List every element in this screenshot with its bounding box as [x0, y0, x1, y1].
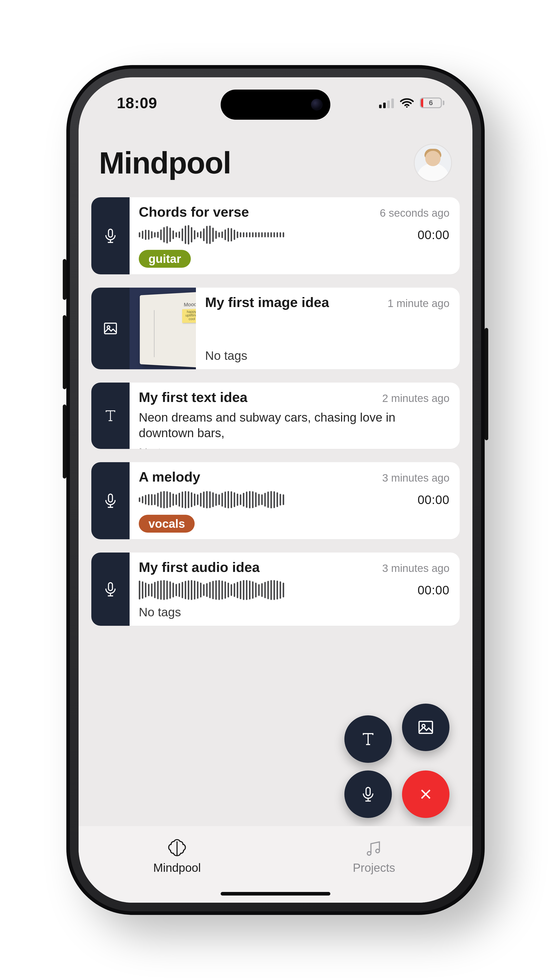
idea-title: My first audio idea — [139, 559, 260, 575]
svg-point-10 — [376, 849, 380, 853]
phone-frame: 18:09 — [66, 65, 485, 915]
card-type-icon — [91, 552, 130, 626]
brain-icon — [166, 839, 188, 858]
microphone-icon — [103, 493, 118, 509]
home-indicator[interactable] — [221, 892, 330, 896]
idea-thumbnail[interactable]: Mood: happy, uplifting, cool — [130, 288, 196, 369]
idea-card[interactable]: A melody 3 minutes ago 00:00 vocals — [91, 462, 460, 539]
idea-title: A melody — [139, 469, 200, 485]
new-image-button[interactable] — [402, 703, 449, 751]
idea-no-tags: No tags — [139, 445, 449, 449]
svg-point-0 — [406, 106, 408, 108]
svg-point-9 — [367, 852, 371, 855]
idea-card[interactable]: Chords for verse 6 seconds ago 00:00 gui… — [91, 197, 460, 274]
screen: 18:09 — [79, 77, 472, 903]
image-icon — [103, 321, 118, 336]
svg-rect-1 — [108, 229, 113, 237]
idea-title: My first image idea — [205, 294, 329, 310]
audio-duration: 00:00 — [418, 493, 449, 507]
close-icon — [419, 787, 433, 801]
tab-label: Projects — [353, 861, 395, 875]
idea-snippet: Neon dreams and subway cars, chasing lov… — [139, 410, 449, 441]
phone-volume-down — [63, 404, 66, 479]
close-fab-button[interactable] — [402, 770, 449, 818]
battery-percent: 6 — [421, 99, 441, 107]
fab-menu — [342, 703, 449, 811]
idea-timestamp: 3 minutes ago — [382, 472, 449, 484]
svg-rect-5 — [108, 583, 113, 590]
tag[interactable]: vocals — [139, 515, 195, 533]
card-type-icon — [91, 288, 130, 369]
audio-duration: 00:00 — [418, 228, 449, 242]
front-camera — [311, 99, 323, 110]
idea-timestamp: 3 minutes ago — [382, 562, 449, 574]
idea-tags: guitar — [139, 250, 449, 268]
text-icon — [360, 731, 376, 747]
tab-bar: Mindpool Projects — [79, 826, 472, 903]
svg-rect-2 — [105, 323, 117, 334]
dynamic-island — [221, 89, 330, 120]
idea-tags: vocals — [139, 515, 449, 533]
avatar[interactable] — [414, 144, 452, 182]
thumb-sticky: happy, uplifting, cool — [185, 310, 196, 321]
idea-no-tags: No tags — [139, 605, 449, 619]
wifi-icon — [400, 98, 414, 108]
phone-power-button — [485, 328, 488, 440]
microphone-icon — [360, 786, 376, 802]
image-icon — [417, 718, 435, 736]
svg-rect-8 — [366, 788, 370, 795]
svg-rect-6 — [419, 721, 433, 733]
text-icon — [103, 408, 118, 423]
tab-label: Mindpool — [153, 861, 201, 875]
waveform[interactable] — [139, 224, 407, 245]
phone-side-button — [63, 259, 66, 300]
status-time: 18:09 — [117, 94, 157, 112]
music-icon — [364, 839, 384, 858]
idea-title: Chords for verse — [139, 204, 249, 220]
card-type-icon — [91, 383, 130, 449]
thumb-caption: Mood: — [184, 301, 196, 308]
waveform[interactable] — [139, 489, 407, 510]
idea-title: My first text idea — [139, 389, 248, 405]
idea-no-tags: No tags — [205, 348, 449, 363]
page-title: Mindpool — [99, 145, 231, 180]
idea-card[interactable]: Mood: happy, uplifting, cool My first im… — [91, 288, 460, 369]
battery-indicator: 6 — [420, 97, 445, 108]
tab-mindpool[interactable]: Mindpool — [79, 826, 275, 887]
idea-card[interactable]: My first text idea 2 minutes ago Neon dr… — [91, 383, 460, 449]
microphone-icon — [103, 228, 118, 244]
card-type-icon — [91, 197, 130, 274]
waveform[interactable] — [139, 579, 407, 600]
idea-timestamp: 6 seconds ago — [380, 207, 449, 219]
tag[interactable]: guitar — [139, 250, 191, 268]
svg-rect-4 — [108, 494, 113, 502]
idea-timestamp: 2 minutes ago — [382, 392, 449, 404]
app-header: Mindpool — [79, 128, 472, 197]
audio-duration: 00:00 — [418, 583, 449, 597]
new-audio-button[interactable] — [345, 770, 392, 818]
idea-card[interactable]: My first audio idea 3 minutes ago 00:00 … — [91, 552, 460, 626]
idea-timestamp: 1 minute ago — [387, 298, 449, 310]
phone-volume-up — [63, 315, 66, 389]
microphone-icon — [103, 581, 118, 597]
cellular-icon — [379, 97, 394, 108]
card-type-icon — [91, 462, 130, 539]
tab-projects[interactable]: Projects — [275, 826, 472, 887]
new-text-button[interactable] — [345, 715, 392, 763]
